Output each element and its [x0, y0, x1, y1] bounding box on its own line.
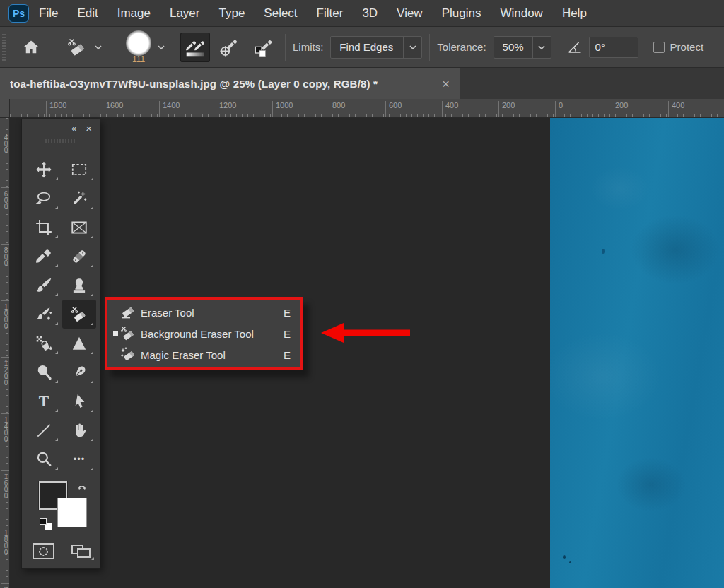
menu-item-label: Background Eraser Tool: [141, 328, 284, 340]
panel-grip[interactable]: [45, 139, 76, 143]
crop-tool[interactable]: [27, 213, 61, 242]
tab-close-icon[interactable]: ×: [442, 77, 450, 90]
menu-item[interactable]: Image: [117, 6, 151, 20]
menu-item[interactable]: 3D: [362, 6, 378, 20]
ruler-label: 1000: [272, 101, 293, 117]
angle-input[interactable]: 0°: [589, 37, 638, 58]
menu-item-background-eraser-tool[interactable]: Background Eraser Tool E: [107, 323, 300, 344]
path-selection-arrow-icon: [70, 392, 88, 411]
eraser-tool-flyout-menu: Eraser Tool E Background Eraser Tool E: [105, 297, 303, 370]
paint-bucket-tool[interactable]: [27, 329, 61, 358]
angle-icon: [566, 39, 583, 56]
collapse-panel-icon[interactable]: «: [71, 124, 76, 133]
chevron-down-icon: [537, 45, 546, 50]
healing-brush-tool[interactable]: [62, 242, 96, 271]
path-selection-tool[interactable]: [62, 387, 96, 416]
menu-item[interactable]: Filter: [317, 6, 344, 20]
background-color-swatch[interactable]: [57, 498, 87, 527]
ruler-label: 1400: [159, 101, 180, 117]
image-speck: [563, 555, 566, 559]
ruler-label: 1200: [216, 101, 236, 117]
tool-preset-button[interactable]: [63, 37, 91, 58]
brush-settings-button[interactable]: 111: [123, 30, 154, 64]
move-tool[interactable]: [27, 155, 61, 184]
active-tool-marker: [111, 331, 119, 336]
line-icon: [35, 421, 53, 440]
horizontal-ruler: 1800160014001200100080060040020002004006…: [0, 99, 724, 118]
eyedropper-icon: [35, 247, 53, 266]
vertical-ruler: 400600800100012001400160018002000: [0, 118, 10, 588]
ruler-label: 1800: [46, 101, 66, 117]
chevron-down-icon[interactable]: [157, 45, 165, 50]
home-button[interactable]: [16, 38, 47, 57]
sampling-buttons: [180, 33, 278, 62]
menu-item[interactable]: Select: [264, 6, 297, 20]
eyedropper-tool[interactable]: [27, 242, 61, 271]
ruler-label: 1200: [1, 357, 9, 385]
menu-item[interactable]: Edit: [77, 6, 98, 20]
menu-item[interactable]: Layer: [170, 6, 200, 20]
home-icon: [22, 38, 40, 57]
menu-item-magic-eraser-tool[interactable]: Magic Eraser Tool E: [107, 344, 300, 365]
ruler-label: 1800: [1, 527, 9, 555]
hand-tool[interactable]: [62, 416, 96, 445]
frame-tool[interactable]: [62, 213, 96, 242]
sampling-continuous-button[interactable]: [180, 33, 210, 62]
rectangular-marquee-tool[interactable]: [62, 155, 96, 184]
background-eraser-icon: [70, 305, 88, 324]
protect-label: Protect: [670, 41, 704, 53]
swap-colors-icon[interactable]: [76, 480, 90, 494]
screen-mode-button[interactable]: [71, 543, 94, 560]
document-tab[interactable]: toa-heftiba-O3ymvT7Wf9U-unsplash.jpg @ 2…: [0, 68, 460, 99]
default-colors-icon[interactable]: [40, 518, 52, 531]
background-eraser-icon: [119, 325, 136, 342]
type-tool[interactable]: T: [27, 387, 61, 416]
menu-item-shortcut: E: [284, 328, 291, 340]
background-eraser-icon: [66, 37, 88, 58]
ruler-label: 1600: [1, 470, 9, 498]
brush-tool[interactable]: [27, 271, 61, 300]
ruler-label: 2000: [1, 583, 9, 588]
edit-toolbar-button[interactable]: •••: [62, 445, 96, 474]
menu-item[interactable]: File: [39, 6, 58, 20]
dodge-tool[interactable]: [27, 358, 61, 387]
menu-item-label: Eraser Tool: [141, 307, 284, 319]
chevron-down-icon[interactable]: [94, 45, 103, 50]
menu-item-eraser-tool[interactable]: Eraser Tool E: [107, 302, 300, 323]
sampling-background-swatch-button[interactable]: [248, 33, 278, 62]
close-panel-icon[interactable]: ×: [86, 123, 92, 134]
magic-wand-tool[interactable]: [62, 184, 96, 213]
tolerance-dropdown[interactable]: 50%: [494, 36, 551, 59]
line-tool[interactable]: [27, 416, 61, 445]
pen-tool[interactable]: [62, 358, 96, 387]
menu-item-label: Magic Eraser Tool: [141, 349, 284, 361]
menu-item[interactable]: Window: [500, 6, 542, 20]
history-brush-icon: [35, 305, 53, 324]
dodge-icon: [35, 363, 53, 382]
zoom-magnifier-icon: [35, 450, 53, 469]
sampling-once-button[interactable]: [214, 33, 244, 62]
lasso-tool[interactable]: [27, 184, 61, 213]
tolerance-value: 50%: [494, 41, 532, 53]
menu-item[interactable]: Type: [218, 6, 245, 20]
magic-eraser-icon: [119, 346, 136, 363]
document-title: toa-heftiba-O3ymvT7Wf9U-unsplash.jpg @ 2…: [10, 78, 435, 90]
clone-stamp-icon: [70, 276, 88, 295]
protect-checkbox[interactable]: [653, 42, 665, 53]
history-brush-tool[interactable]: [27, 300, 61, 329]
image-speck: [569, 561, 571, 563]
clone-stamp-tool[interactable]: [62, 271, 96, 300]
photoshop-logo: Ps: [8, 4, 29, 23]
background-eraser-tool[interactable]: [62, 300, 96, 329]
sharpen-tool[interactable]: [62, 329, 96, 358]
quick-mask-mode-button[interactable]: [33, 543, 54, 559]
options-bar-grip[interactable]: [2, 34, 6, 61]
limits-dropdown[interactable]: Find Edges: [330, 36, 422, 59]
menu-item[interactable]: Help: [562, 6, 587, 20]
zoom-tool[interactable]: [27, 445, 61, 474]
menu-item[interactable]: Plugins: [442, 6, 481, 20]
annotation-arrow: [320, 320, 410, 346]
lasso-icon: [35, 189, 53, 208]
menu-item[interactable]: View: [397, 6, 423, 20]
document-image[interactable]: [550, 118, 724, 588]
